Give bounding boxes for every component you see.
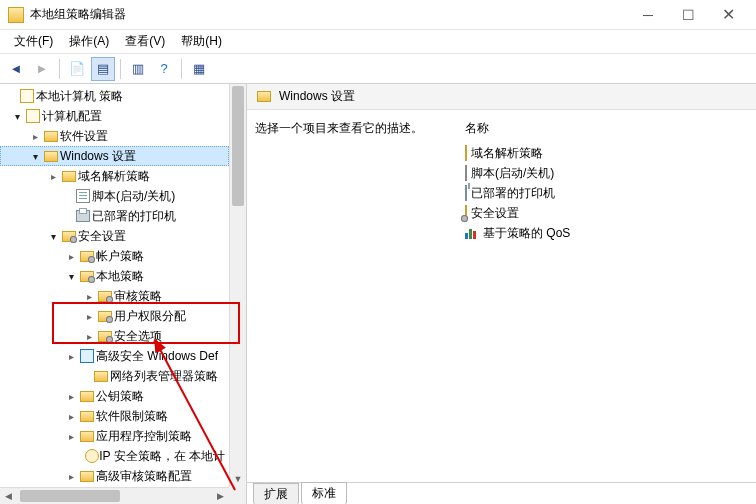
security-folder-icon bbox=[98, 331, 112, 342]
tree-audit-policy[interactable]: ▸ 审核策略 bbox=[0, 286, 229, 306]
security-folder-icon bbox=[98, 311, 112, 322]
list-item-dns[interactable]: 域名解析策略 bbox=[465, 143, 748, 163]
tree-label: 本地策略 bbox=[96, 268, 144, 285]
horizontal-scrollbar[interactable]: ◀ ▶ bbox=[0, 487, 229, 504]
tree-label: 应用程序控制策略 bbox=[96, 428, 192, 445]
menu-action[interactable]: 操作(A) bbox=[61, 31, 117, 52]
expand-icon[interactable]: ▸ bbox=[28, 131, 42, 142]
folder-icon bbox=[44, 131, 58, 142]
vertical-scrollbar[interactable]: ▲ ▼ bbox=[229, 84, 246, 487]
script-icon bbox=[76, 189, 90, 203]
tree-app-control[interactable]: ▸ 应用程序控制策略 bbox=[0, 426, 229, 446]
security-folder-icon bbox=[465, 205, 467, 221]
toolbar-separator bbox=[59, 59, 60, 79]
computer-icon bbox=[26, 109, 40, 123]
show-tree-button[interactable]: ▤ bbox=[91, 57, 115, 81]
tree-windows-defender-fw[interactable]: ▸ 高级安全 Windows Def bbox=[0, 346, 229, 366]
folder-icon bbox=[257, 91, 271, 102]
qos-icon bbox=[465, 227, 479, 239]
tree-label: 审核策略 bbox=[114, 288, 162, 305]
security-folder-icon bbox=[80, 251, 94, 262]
security-folder-icon bbox=[98, 291, 112, 302]
menu-help[interactable]: 帮助(H) bbox=[173, 31, 230, 52]
tree-label: 脚本(启动/关机) bbox=[92, 188, 175, 205]
list-item-security[interactable]: 安全设置 bbox=[465, 203, 748, 223]
tree-software-restriction[interactable]: ▸ 软件限制策略 bbox=[0, 406, 229, 426]
list-item-qos[interactable]: 基于策略的 QoS bbox=[465, 223, 748, 243]
tree-label: 已部署的打印机 bbox=[92, 208, 176, 225]
expand-icon[interactable]: ▸ bbox=[64, 391, 78, 402]
tree-account-policies[interactable]: ▸ 帐户策略 bbox=[0, 246, 229, 266]
tree-advanced-audit[interactable]: ▸ 高级审核策略配置 bbox=[0, 466, 229, 486]
tree-ipsec[interactable]: IP 安全策略，在 本地计 bbox=[0, 446, 229, 466]
tree-public-key[interactable]: ▸ 公钥策略 bbox=[0, 386, 229, 406]
tree-dns-policy[interactable]: ▸ 域名解析策略 bbox=[0, 166, 229, 186]
collapse-icon[interactable]: ▾ bbox=[10, 111, 24, 122]
tree-label: 软件设置 bbox=[60, 128, 108, 145]
scroll-right-icon[interactable]: ▶ bbox=[212, 488, 229, 504]
menu-view[interactable]: 查看(V) bbox=[117, 31, 173, 52]
list-column-name[interactable]: 名称 bbox=[465, 120, 748, 137]
help-button[interactable]: ? bbox=[152, 57, 176, 81]
expand-icon[interactable]: ▸ bbox=[64, 351, 78, 362]
expand-icon[interactable]: ▸ bbox=[64, 431, 78, 442]
expand-icon[interactable]: ▸ bbox=[64, 471, 78, 482]
tree-computer-config[interactable]: ▾ 计算机配置 bbox=[0, 106, 229, 126]
expand-icon[interactable]: ▸ bbox=[82, 331, 96, 342]
list-item-label: 已部署的打印机 bbox=[471, 185, 555, 202]
maximize-button[interactable]: ☐ bbox=[668, 3, 708, 27]
close-button[interactable]: ✕ bbox=[708, 3, 748, 27]
tree-network-list[interactable]: 网络列表管理器策略 bbox=[0, 366, 229, 386]
tree-printers[interactable]: 已部署的打印机 bbox=[0, 206, 229, 226]
nav-back-button[interactable]: ◄ bbox=[4, 57, 28, 81]
policy-icon bbox=[20, 89, 34, 103]
tree-user-rights[interactable]: ▸ 用户权限分配 bbox=[0, 306, 229, 326]
tree-pane: 本地计算机 策略 ▾ 计算机配置 ▸ 软件设置 ▾ Windows 设置 ▸ 域 bbox=[0, 84, 247, 504]
ipsec-icon bbox=[85, 449, 99, 463]
up-button[interactable]: 📄 bbox=[65, 57, 89, 81]
collapse-icon[interactable]: ▾ bbox=[64, 271, 78, 282]
minimize-button[interactable]: ─ bbox=[628, 3, 668, 27]
tree-local-policies[interactable]: ▾ 本地策略 bbox=[0, 266, 229, 286]
expand-icon[interactable]: ▸ bbox=[64, 411, 78, 422]
menu-file[interactable]: 文件(F) bbox=[6, 31, 61, 52]
export-button[interactable]: ▥ bbox=[126, 57, 150, 81]
tree-security-settings[interactable]: ▾ 安全设置 bbox=[0, 226, 229, 246]
properties-button[interactable]: ▦ bbox=[187, 57, 211, 81]
tree-scripts[interactable]: 脚本(启动/关机) bbox=[0, 186, 229, 206]
titlebar: 本地组策略编辑器 ─ ☐ ✕ bbox=[0, 0, 756, 30]
expand-icon[interactable]: ▸ bbox=[82, 291, 96, 302]
tree-label: 公钥策略 bbox=[96, 388, 144, 405]
folder-icon bbox=[80, 391, 94, 402]
security-folder-icon bbox=[62, 231, 76, 242]
content-pane: Windows 设置 选择一个项目来查看它的描述。 名称 域名解析策略 脚本(启… bbox=[247, 84, 756, 504]
window-title: 本地组策略编辑器 bbox=[30, 6, 628, 23]
folder-icon bbox=[94, 371, 108, 382]
folder-icon bbox=[62, 171, 76, 182]
collapse-icon[interactable]: ▾ bbox=[28, 151, 42, 162]
tree-software-settings[interactable]: ▸ 软件设置 bbox=[0, 126, 229, 146]
nav-forward-button: ► bbox=[30, 57, 54, 81]
expand-icon[interactable]: ▸ bbox=[46, 171, 60, 182]
collapse-icon[interactable]: ▾ bbox=[46, 231, 60, 242]
script-icon bbox=[465, 165, 467, 181]
tab-standard[interactable]: 标准 bbox=[301, 482, 347, 504]
tree-windows-settings[interactable]: ▾ Windows 设置 bbox=[0, 146, 229, 166]
scroll-thumb[interactable] bbox=[20, 490, 120, 502]
tree-label: 帐户策略 bbox=[96, 248, 144, 265]
tree-label: 计算机配置 bbox=[42, 108, 102, 125]
expand-icon[interactable]: ▸ bbox=[64, 251, 78, 262]
tree-label: 安全选项 bbox=[114, 328, 162, 345]
list-item-scripts[interactable]: 脚本(启动/关机) bbox=[465, 163, 748, 183]
scroll-left-icon[interactable]: ◀ bbox=[0, 488, 17, 504]
list-item-printers[interactable]: 已部署的打印机 bbox=[465, 183, 748, 203]
scroll-thumb[interactable] bbox=[232, 86, 244, 206]
expand-icon[interactable]: ▸ bbox=[82, 311, 96, 322]
tree-label: 高级审核策略配置 bbox=[96, 468, 192, 485]
tree-security-options[interactable]: ▸ 安全选项 bbox=[0, 326, 229, 346]
tab-extended[interactable]: 扩展 bbox=[253, 483, 299, 504]
scroll-down-icon[interactable]: ▼ bbox=[230, 470, 246, 487]
scroll-corner bbox=[229, 487, 246, 504]
tree-root[interactable]: 本地计算机 策略 bbox=[0, 86, 229, 106]
tree-label: 用户权限分配 bbox=[114, 308, 186, 325]
